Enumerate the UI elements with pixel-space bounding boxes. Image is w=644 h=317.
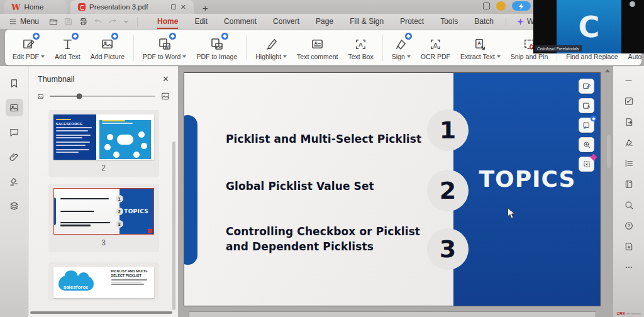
sidebar-attachments-button[interactable] (6, 148, 23, 165)
thumbnail-scrollbar-vertical[interactable] (172, 142, 175, 310)
tab-document-label: Presentation 3.pdf (89, 3, 148, 11)
add-text-button[interactable]: Add Text (50, 31, 86, 64)
menu-tab-comment[interactable]: Comment (216, 15, 265, 28)
help-icon: ? (624, 221, 634, 231)
image-enhance-button[interactable] (579, 118, 594, 133)
user-avatar[interactable] (496, 1, 506, 11)
highlight-button[interactable]: Highlight (250, 31, 292, 64)
thumbnail-image: salesforce PICKLIST AND MULTI-SELECT PIC… (53, 267, 154, 298)
menu-button[interactable]: Menu (9, 17, 39, 26)
tab-window-icon[interactable] (171, 4, 176, 9)
scroll-up-arrow-icon[interactable] (605, 69, 610, 72)
more-options-button[interactable] (621, 259, 637, 275)
thumbnail-image-selected: 1 2 3 TOPICS (53, 188, 154, 235)
sidebar-thumbnails-button[interactable] (6, 99, 23, 116)
sidebar-bookmarks-button[interactable] (6, 74, 23, 92)
sidebar-signature-button[interactable] (6, 172, 23, 190)
extract-text-button[interactable]: A Extract Text (455, 31, 506, 64)
dropdown-caret-icon (407, 55, 411, 58)
document-scrollbar[interactable] (607, 135, 611, 168)
notes-button[interactable] (621, 238, 637, 255)
tab-document[interactable]: Presentation 3.pdf ✕ (70, 0, 194, 14)
slide-topic-3: Controlling Checkbox or Picklist and Dep… (226, 225, 426, 255)
menu-tab-protect[interactable]: Protect (392, 15, 432, 28)
help-button[interactable]: ? (621, 218, 637, 234)
menu-tab-tools[interactable]: Tools (432, 15, 466, 28)
thumbnail-size-slider[interactable] (50, 96, 155, 97)
column-layout-icon (624, 158, 634, 169)
avatar-letter: C (579, 10, 600, 44)
annotate-button[interactable] (621, 93, 637, 109)
sidebar-layers-button[interactable] (6, 197, 23, 214)
export-page-button[interactable] (621, 114, 637, 130)
pdf-to-word-button[interactable]: W PDF to Word (138, 31, 192, 64)
tab-home[interactable]: W Home (4, 0, 67, 14)
sign-button[interactable]: Sign (387, 31, 416, 64)
undo-icon[interactable] (94, 17, 103, 26)
ocr-pdf-button[interactable]: A OCR PDF (416, 31, 455, 64)
floating-image-toolbar: A (579, 79, 594, 172)
pdf-file-icon (78, 3, 86, 11)
menu-tab-page[interactable]: Page (308, 15, 341, 28)
thumbnail-page-2[interactable]: SALESFORCE 2 (48, 110, 159, 177)
svg-text:A: A (434, 41, 438, 47)
menu-tab-batch[interactable]: Batch (466, 15, 502, 28)
watermark-brand: CRS (617, 312, 625, 316)
text-comment-button[interactable]: A Text comment (292, 31, 343, 64)
signature-tool-button[interactable] (621, 135, 637, 151)
new-tab-button[interactable]: + (203, 3, 208, 14)
crop-sparkle-icon (582, 160, 591, 169)
topic-number-1: 1 (427, 109, 469, 151)
toolbar-divider (382, 35, 383, 61)
watermark-text: info Solutions (626, 313, 641, 316)
thumbnail-scrollbar-horizontal[interactable] (30, 311, 172, 314)
add-picture-button[interactable]: Add Picture (86, 31, 130, 64)
edit-image-icon (582, 82, 591, 91)
edit-image-button[interactable] (579, 79, 594, 94)
print-icon[interactable] (79, 17, 88, 26)
save-icon[interactable] (64, 17, 73, 26)
collapse-panel-button[interactable] (621, 72, 637, 89)
thumbnail-zoom-row (29, 87, 178, 104)
thumbnail-page-4[interactable]: salesforce PICKLIST AND MULTI-SELECT PIC… (48, 262, 159, 301)
menu-tab-fill-sign[interactable]: Fill & Sign (341, 15, 392, 28)
extract-text-icon: A (473, 37, 487, 52)
text-box-button[interactable]: A Text Box (343, 31, 378, 64)
slide-topic-2: Global Picklist Value Set (226, 179, 440, 194)
premium-badge-icon (169, 33, 176, 40)
menu-items: Home Edit Comment Convert Page Fill & Si… (149, 15, 559, 28)
panel-title: Thumbnail (38, 75, 74, 84)
search-button[interactable] (621, 197, 637, 213)
sidebar-comments-button[interactable] (6, 123, 23, 141)
zoom-in-button[interactable] (579, 137, 594, 152)
menu-tab-convert[interactable]: Convert (265, 15, 308, 28)
image-to-text-button[interactable]: A (579, 98, 594, 113)
layers-icon (9, 201, 19, 211)
premium-badge-icon (591, 116, 596, 121)
page-number: 3 (53, 235, 154, 250)
page-layout-button[interactable] (621, 155, 637, 172)
upgrade-button[interactable] (512, 1, 531, 11)
page-export-icon (624, 117, 634, 127)
slider-knob[interactable] (77, 94, 82, 99)
pdf-to-image-button[interactable]: PDF to Image (191, 31, 242, 64)
thumbnail-page-3[interactable]: 1 2 3 TOPICS 3 (48, 184, 159, 252)
signature-stamp-icon (9, 176, 19, 187)
menu-tab-edit[interactable]: Edit (186, 15, 216, 28)
highlight-pen-icon (264, 37, 279, 52)
panel-close-icon[interactable]: ✕ (162, 74, 169, 84)
toolbar-divider (246, 35, 247, 61)
read-mode-button[interactable] (621, 176, 637, 192)
ocr-icon: A (428, 37, 443, 52)
tab-close-icon[interactable]: ✕ (180, 4, 186, 11)
window-layout-icon[interactable] (483, 3, 490, 9)
smart-crop-button[interactable] (579, 157, 594, 172)
edit-pdf-button[interactable]: Edit PDF (8, 31, 50, 64)
overlay-control-icon (630, 1, 635, 7)
chevron-down-icon[interactable] (123, 18, 130, 25)
open-folder-icon[interactable] (49, 17, 58, 26)
menu-tab-home[interactable]: Home (149, 15, 186, 28)
right-sidebar: ? CRS info Solutions (613, 66, 644, 317)
redo-icon[interactable] (108, 17, 117, 26)
document-viewport: TOPICS Picklist and Multi-Select Picklis… (178, 66, 613, 317)
